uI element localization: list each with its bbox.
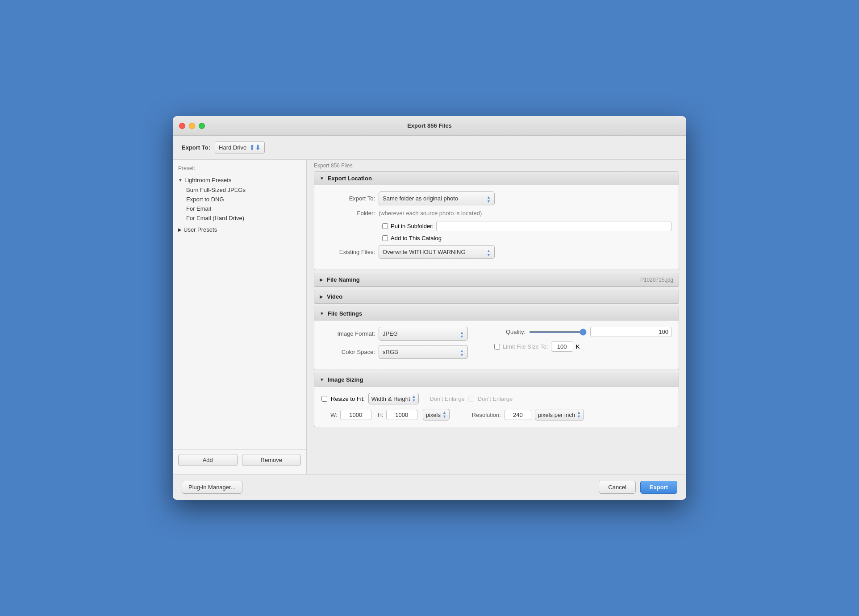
image-sizing-section: ▼ Image Sizing Resize to Fit: Width & He…: [314, 373, 679, 427]
image-format-select[interactable]: JPEG ▲▼: [379, 327, 468, 341]
section-header-left: ▼ Export Location: [320, 175, 372, 182]
image-format-label: Image Format:: [321, 330, 375, 337]
maximize-button[interactable]: [199, 123, 205, 129]
lightroom-presets-group: ▼ Lightroom Presets Burn Full-Sized JPEG…: [173, 175, 306, 223]
subfolder-checkbox[interactable]: [382, 223, 388, 229]
export-button[interactable]: Export: [640, 481, 677, 494]
file-settings-header[interactable]: ▼ File Settings: [314, 307, 679, 320]
quality-slider[interactable]: [529, 331, 587, 333]
traffic-lights: [179, 123, 205, 129]
export-location-title: Export Location: [328, 175, 372, 182]
lightroom-presets-header[interactable]: ▼ Lightroom Presets: [173, 175, 306, 185]
catalog-checkbox-row: Add to This Catalog: [321, 235, 671, 241]
sidebar-item-for-email[interactable]: For Email: [173, 204, 306, 213]
limit-file-size-input[interactable]: [551, 341, 573, 352]
dont-enlarge-text: Don't Enlarge: [478, 395, 513, 402]
width-height-inputs: W: H: pixels ▲▼: [330, 409, 450, 420]
quality-value-input[interactable]: [590, 327, 671, 337]
resize-to-fit-label: Resize to Fit:: [331, 395, 365, 402]
existing-files-row: Existing Files: Overwrite WITHOUT WARNIN…: [321, 245, 671, 259]
export-location-header[interactable]: ▼ Export Location: [314, 172, 679, 185]
limit-file-size-checkbox[interactable]: [494, 344, 500, 350]
resolution-label: Resolution:: [472, 412, 501, 418]
sidebar: Preset: ▼ Lightroom Presets Burn Full-Si…: [173, 160, 307, 474]
resize-to-fit-row: Resize to Fit: Width & Height ▲▼ Don't E…: [321, 393, 671, 404]
file-settings-right: Quality: Limit File Size To:: [494, 327, 671, 352]
height-input[interactable]: [386, 410, 417, 420]
color-space-label: Color Space:: [321, 349, 375, 355]
existing-files-select[interactable]: Overwrite WITHOUT WARNING ▲▼: [379, 245, 495, 259]
color-space-value: sRGB: [383, 349, 398, 355]
file-settings-header-left: ▼ File Settings: [320, 310, 362, 317]
catalog-checkbox[interactable]: [382, 235, 388, 241]
video-title: Video: [327, 293, 342, 300]
resolution-unit-select[interactable]: pixels per inch ▲▼: [535, 409, 584, 420]
image-format-row: Image Format: JPEG ▲▼: [321, 327, 481, 341]
resolution-input[interactable]: [505, 410, 531, 420]
catalog-label: Add to This Catalog: [391, 235, 442, 241]
subfolder-row: Put in Subfolder:: [321, 221, 671, 231]
export-location-body: Export To: Same folder as original photo…: [314, 185, 679, 270]
color-space-row: Color Space: sRGB ▲▼: [321, 345, 481, 359]
preset-label: Preset:: [178, 165, 195, 171]
preset-item-label: Export to DNG: [186, 196, 224, 203]
image-sizing-body: Resize to Fit: Width & Height ▲▼ Don't E…: [314, 387, 679, 427]
dont-enlarge-checkbox[interactable]: [468, 396, 474, 402]
existing-files-value: Overwrite WITHOUT WARNING: [383, 249, 466, 255]
sidebar-item-for-email-hd[interactable]: For Email (Hard Drive): [173, 213, 306, 223]
sections-container: ▼ Export Location Export To: Same folder…: [307, 171, 686, 474]
export-to-select-value: Same folder as original photo: [383, 195, 458, 202]
remove-preset-button[interactable]: Remove: [242, 454, 301, 466]
file-settings-collapse-icon: ▼: [320, 311, 324, 316]
close-button[interactable]: [179, 123, 185, 129]
file-naming-collapse-icon: ▶: [320, 277, 323, 282]
export-to-dropdown[interactable]: Hard Drive ⬆⬇: [215, 141, 265, 154]
image-sizing-header-left: ▼ Image Sizing: [320, 376, 363, 383]
limit-file-size-label: Limit File Size To:: [503, 343, 548, 350]
main-window: Export 856 Files Export To: Hard Drive ⬆…: [173, 116, 686, 500]
image-sizing-header[interactable]: ▼ Image Sizing: [314, 373, 679, 387]
resize-mode-arrows-icon: ▲▼: [412, 395, 416, 403]
bottom-right-buttons: Cancel Export: [599, 481, 677, 494]
format-arrows-icon: ▲▼: [460, 329, 464, 339]
section-collapse-icon: ▼: [320, 176, 324, 181]
sidebar-item-burn-jpegs[interactable]: Burn Full-Sized JPEGs: [173, 185, 306, 195]
file-settings-left: Image Format: JPEG ▲▼: [321, 327, 481, 363]
width-input[interactable]: [340, 410, 371, 420]
video-header[interactable]: ▶ Video: [314, 290, 679, 304]
user-presets-header[interactable]: ▶ User Presets: [173, 225, 306, 235]
export-to-select[interactable]: Same folder as original photo ▲▼: [379, 191, 495, 205]
minimize-button[interactable]: [189, 123, 195, 129]
cancel-button[interactable]: Cancel: [599, 481, 635, 494]
resize-mode-select[interactable]: Width & Height ▲▼: [368, 393, 419, 404]
window-title: Export 856 Files: [407, 122, 452, 129]
file-naming-title: File Naming: [327, 276, 360, 283]
add-preset-button[interactable]: Add: [178, 454, 238, 466]
subfolder-input[interactable]: [436, 221, 671, 231]
export-to-field-label: Export To:: [321, 195, 375, 202]
export-to-value: Hard Drive: [219, 144, 246, 151]
titlebar: Export 856 Files: [173, 116, 686, 136]
quality-slider-container: [529, 331, 587, 333]
preset-item-label: For Email: [186, 205, 211, 212]
folder-row: Folder: (wherever each source photo is l…: [321, 210, 671, 216]
file-naming-header[interactable]: ▶ File Naming P1020715.jpg: [314, 273, 679, 287]
triangle-down-icon: ▼: [178, 178, 183, 183]
existing-files-label: Existing Files:: [321, 249, 375, 255]
video-section: ▶ Video: [314, 290, 679, 304]
quality-label: Quality:: [494, 329, 525, 335]
plugin-manager-button[interactable]: Plug-in Manager...: [182, 481, 242, 494]
video-header-left: ▶ Video: [320, 293, 342, 300]
existing-files-arrows-icon: ▲▼: [487, 247, 491, 257]
export-location-section: ▼ Export Location Export To: Same folder…: [314, 171, 679, 270]
resize-mode-value: Width & Height: [371, 395, 410, 402]
folder-value: (wherever each source photo is located): [379, 210, 482, 216]
image-sizing-collapse-icon: ▼: [320, 377, 324, 382]
sidebar-item-export-dng[interactable]: Export to DNG: [173, 195, 306, 204]
sidebar-header: Preset:: [173, 163, 306, 173]
resolution-unit-value: pixels per inch: [538, 412, 575, 418]
resize-to-fit-checkbox[interactable]: [321, 396, 327, 402]
color-space-select[interactable]: sRGB ▲▼: [379, 345, 468, 359]
units-select[interactable]: pixels ▲▼: [423, 409, 450, 420]
main-header: Export 856 Files: [307, 160, 686, 171]
